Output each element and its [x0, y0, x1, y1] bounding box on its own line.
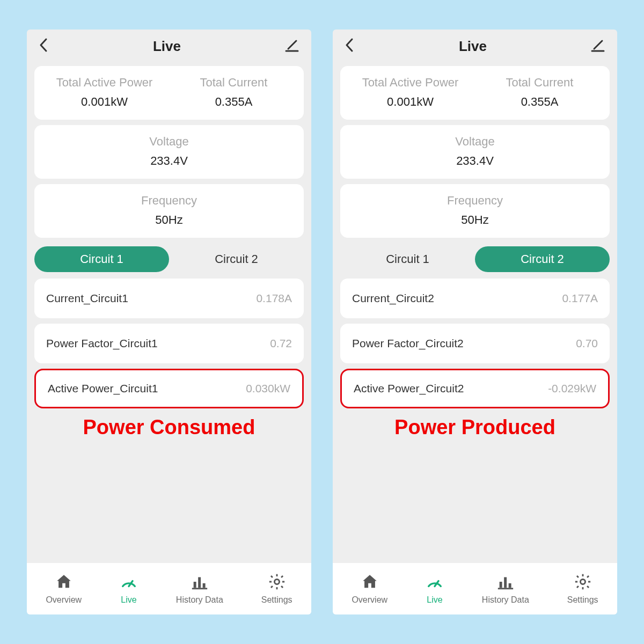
- voltage-card: Voltage 233.4V: [340, 125, 610, 179]
- bottom-nav: Overview Live History Data Settings: [333, 563, 617, 614]
- nav-history[interactable]: History Data: [482, 573, 529, 605]
- svg-rect-3: [194, 582, 196, 588]
- home-icon: [55, 573, 73, 593]
- nav-settings[interactable]: Settings: [261, 573, 292, 605]
- gear-icon: [268, 573, 286, 593]
- annotation-text: Power Consumed: [34, 416, 304, 439]
- ap-label: Active Power_Circuit2: [354, 382, 464, 395]
- nav-settings[interactable]: Settings: [567, 573, 598, 605]
- circuit-tabs: Circuit 1 Circuit 2: [34, 246, 304, 272]
- bottom-nav: Overview Live History Data Settings: [27, 563, 311, 614]
- nav-settings-label: Settings: [567, 595, 598, 605]
- nav-live-label: Live: [121, 595, 136, 605]
- pf-value: 0.70: [576, 337, 598, 350]
- total-current-label: Total Current: [169, 76, 298, 90]
- topbar: Live: [333, 30, 617, 63]
- phone-left: Live Total Active Power 0.001kW Total Cu…: [27, 30, 311, 614]
- voltage-value: 233.4V: [346, 154, 604, 168]
- svg-rect-4: [198, 577, 201, 588]
- page-title: Live: [153, 38, 181, 55]
- svg-rect-5: [203, 583, 206, 588]
- svg-rect-14: [498, 588, 513, 589]
- frequency-label: Frequency: [40, 194, 298, 208]
- ap-label: Active Power_Circuit1: [48, 382, 158, 395]
- total-active-power-label: Total Active Power: [346, 76, 475, 90]
- frequency-card: Frequency 50Hz: [340, 184, 610, 238]
- bar-chart-icon: [496, 573, 515, 593]
- nav-live[interactable]: Live: [426, 573, 444, 605]
- pf-value: 0.72: [270, 337, 292, 350]
- content-area: Total Active Power 0.001kW Total Current…: [27, 63, 311, 563]
- svg-rect-13: [509, 583, 511, 588]
- summary-card-top: Total Active Power 0.001kW Total Current…: [340, 66, 610, 120]
- edit-icon[interactable]: [284, 38, 299, 55]
- ap-value: 0.030kW: [246, 382, 290, 395]
- current-label: Current_Circuit2: [352, 292, 434, 305]
- bar-chart-icon: [191, 573, 209, 593]
- nav-history-label: History Data: [176, 595, 223, 605]
- frequency-value: 50Hz: [40, 213, 298, 227]
- total-active-power-label: Total Active Power: [40, 76, 169, 90]
- current-value: 0.178A: [256, 292, 292, 305]
- row-power-factor[interactable]: Power Factor_Circuit2 0.70: [340, 324, 610, 363]
- frequency-value: 50Hz: [346, 213, 604, 227]
- svg-line-1: [288, 41, 296, 49]
- frequency-label: Frequency: [346, 194, 604, 208]
- total-active-power-value: 0.001kW: [40, 95, 169, 109]
- back-icon[interactable]: [345, 37, 355, 55]
- voltage-label: Voltage: [40, 135, 298, 149]
- total-current-value: 0.355A: [169, 95, 298, 109]
- current-label: Current_Circuit1: [46, 292, 128, 305]
- circuit-tabs: Circuit 1 Circuit 2: [340, 246, 610, 272]
- frequency-card: Frequency 50Hz: [34, 184, 304, 238]
- content-area: Total Active Power 0.001kW Total Current…: [333, 63, 617, 563]
- nav-settings-label: Settings: [261, 595, 292, 605]
- tab-circuit-1[interactable]: Circuit 1: [34, 246, 169, 272]
- row-active-power[interactable]: Active Power_Circuit1 0.030kW: [34, 369, 304, 408]
- nav-overview[interactable]: Overview: [352, 573, 387, 605]
- svg-line-9: [594, 41, 602, 49]
- total-active-power-value: 0.001kW: [346, 95, 475, 109]
- svg-point-15: [580, 579, 585, 584]
- annotation-text: Power Produced: [340, 416, 610, 439]
- nav-overview-label: Overview: [46, 595, 82, 605]
- nav-history-label: History Data: [482, 595, 529, 605]
- tab-circuit-1[interactable]: Circuit 1: [340, 252, 475, 266]
- pf-label: Power Factor_Circuit1: [46, 337, 158, 350]
- summary-card-top: Total Active Power 0.001kW Total Current…: [34, 66, 304, 120]
- svg-point-7: [274, 579, 279, 584]
- nav-live-label: Live: [427, 595, 442, 605]
- svg-rect-11: [500, 582, 502, 588]
- total-current-label: Total Current: [475, 76, 604, 90]
- svg-rect-6: [192, 588, 207, 589]
- phone-right: Live Total Active Power 0.001kW Total Cu…: [333, 30, 617, 614]
- nav-live[interactable]: Live: [120, 573, 138, 605]
- back-icon[interactable]: [39, 37, 49, 55]
- voltage-card: Voltage 233.4V: [34, 125, 304, 179]
- edit-icon[interactable]: [590, 38, 605, 55]
- total-current-value: 0.355A: [475, 95, 604, 109]
- voltage-label: Voltage: [346, 135, 604, 149]
- tab-circuit-2[interactable]: Circuit 2: [475, 246, 610, 272]
- pf-label: Power Factor_Circuit2: [352, 337, 464, 350]
- row-current[interactable]: Current_Circuit1 0.178A: [34, 279, 304, 318]
- nav-overview-label: Overview: [352, 595, 387, 605]
- nav-history[interactable]: History Data: [176, 573, 223, 605]
- svg-rect-12: [504, 577, 507, 588]
- row-current[interactable]: Current_Circuit2 0.177A: [340, 279, 610, 318]
- page-title: Live: [459, 38, 487, 55]
- row-active-power[interactable]: Active Power_Circuit2 -0.029kW: [340, 369, 610, 408]
- ap-value: -0.029kW: [548, 382, 596, 395]
- voltage-value: 233.4V: [40, 154, 298, 168]
- gauge-icon: [120, 573, 138, 593]
- row-power-factor[interactable]: Power Factor_Circuit1 0.72: [34, 324, 304, 363]
- current-value: 0.177A: [562, 292, 598, 305]
- gauge-icon: [426, 573, 444, 593]
- nav-overview[interactable]: Overview: [46, 573, 82, 605]
- topbar: Live: [27, 30, 311, 63]
- gear-icon: [574, 573, 592, 593]
- tab-circuit-2[interactable]: Circuit 2: [169, 252, 304, 266]
- home-icon: [361, 573, 379, 593]
